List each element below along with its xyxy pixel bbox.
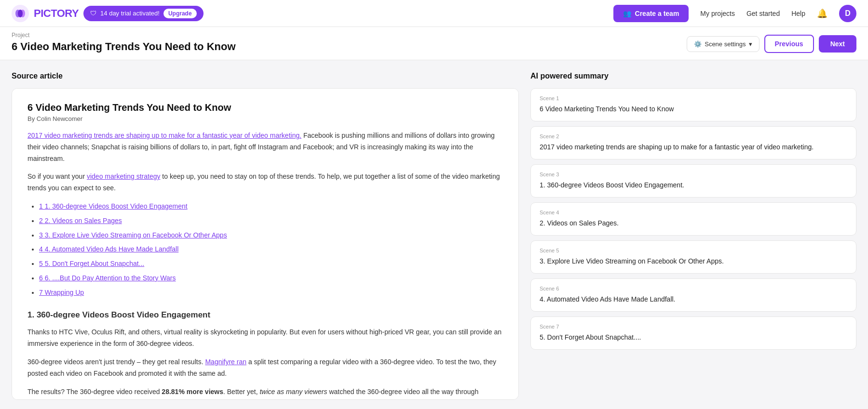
toc-item-5: 5 5. Don't Forget About Snapchat... bbox=[39, 258, 503, 270]
scene-text-7: 5. Don't Forget About Snapchat.... bbox=[540, 332, 847, 343]
section1-para3: The results? The 360-degree video receiv… bbox=[27, 386, 503, 400]
article-para-1: 2017 video marketing trends are shaping … bbox=[27, 130, 503, 164]
toc-link-2[interactable]: 2 2. Videos on Sales Pages bbox=[39, 217, 122, 224]
scene-card-1[interactable]: Scene 1 6 Video Marketing Trends You Nee… bbox=[530, 88, 856, 121]
source-panel: Source article 6 Video Marketing Trends … bbox=[0, 60, 530, 409]
section1-title: 1. 360-degree Videos Boost Video Engagem… bbox=[27, 308, 503, 322]
logo-icon bbox=[12, 5, 29, 22]
toc-link-5[interactable]: 5 5. Don't Forget About Snapchat... bbox=[39, 260, 144, 267]
logo-text: PICTORY bbox=[34, 7, 79, 20]
highlighted-sentence[interactable]: 2017 video marketing trends are shaping … bbox=[27, 132, 301, 139]
scene-text-1: 6 Video Marketing Trends You Need to Kno… bbox=[540, 104, 847, 114]
toc-link-6[interactable]: 6 6. ....But Do Pay Attention to the Sto… bbox=[39, 274, 176, 282]
logo-area: PICTORY 🛡 14 day trial activated! Upgrad… bbox=[12, 5, 203, 22]
magnifyre-link[interactable]: Magnifyre ran bbox=[205, 358, 246, 366]
article-card: 6 Video Marketing Trends You Need to Kno… bbox=[12, 88, 519, 400]
scene-text-5: 3. Explore Live Video Streaming on Faceb… bbox=[540, 256, 847, 266]
article-para-2: So if you want your video marketing stra… bbox=[27, 171, 503, 194]
header: PICTORY 🛡 14 day trial activated! Upgrad… bbox=[0, 0, 868, 27]
project-label: Project bbox=[12, 32, 236, 39]
scene-card-4[interactable]: Scene 4 2. Videos on Sales Pages. bbox=[530, 202, 856, 236]
create-team-button[interactable]: 👥 Create a team bbox=[613, 5, 689, 22]
upgrade-button[interactable]: Upgrade bbox=[163, 9, 197, 18]
scene-card-6[interactable]: Scene 6 4. Automated Video Ads Have Made… bbox=[530, 278, 856, 312]
sub-header: Project 6 Video Marketing Trends You Nee… bbox=[0, 27, 868, 60]
para3-pre: The results? The 360-degree video receiv… bbox=[27, 388, 162, 396]
scene-settings-button[interactable]: ⚙️ Scene settings ▾ bbox=[687, 36, 759, 52]
scene-card-3[interactable]: Scene 3 1. 360-degree Videos Boost Video… bbox=[530, 164, 856, 198]
previous-button[interactable]: Previous bbox=[764, 35, 814, 53]
scene-label-3: Scene 3 bbox=[540, 172, 847, 177]
svg-point-3 bbox=[18, 10, 23, 17]
scene-text-4: 2. Videos on Sales Pages. bbox=[540, 218, 847, 228]
source-panel-title: Source article bbox=[12, 72, 519, 80]
toc-link-3[interactable]: 3 3. Explore Live Video Streaming on Fac… bbox=[39, 231, 227, 239]
trial-badge: 🛡 14 day trial activated! Upgrade bbox=[83, 6, 203, 21]
scene-label-2: Scene 2 bbox=[540, 133, 847, 139]
toc-item-6: 6 6. ....But Do Pay Attention to the Sto… bbox=[39, 273, 503, 284]
article-body: 2017 video marketing trends are shaping … bbox=[27, 130, 503, 400]
trial-icon: 🛡 bbox=[90, 10, 96, 17]
scene-label-5: Scene 5 bbox=[540, 248, 847, 253]
toc-link-1[interactable]: 1 1. 360-degree Videos Boost Video Engag… bbox=[39, 202, 188, 210]
scene-text-2: 2017 video marketing trends are shaping … bbox=[540, 142, 847, 152]
section1-para2: 360-degree videos aren't just trendy – t… bbox=[27, 356, 503, 380]
summary-panel-title: AI powered summary bbox=[530, 72, 856, 80]
video-marketing-link[interactable]: video marketing strategy bbox=[87, 172, 161, 180]
notification-bell-icon[interactable]: 🔔 bbox=[817, 8, 827, 19]
toc-item-2: 2 2. Videos on Sales Pages bbox=[39, 215, 503, 227]
toc-list: 1 1. 360-degree Videos Boost Video Engag… bbox=[39, 201, 503, 299]
article-title: 6 Video Marketing Trends You Need to Kno… bbox=[27, 102, 503, 113]
section1-para1: Thanks to HTC Vive, Oculus Rift, and oth… bbox=[27, 327, 503, 350]
page-title: 6 Video Marketing Trends You Need to Kno… bbox=[12, 40, 236, 53]
scene-settings-label: Scene settings bbox=[705, 40, 746, 48]
scene-label-6: Scene 6 bbox=[540, 286, 847, 291]
nav-help[interactable]: Help bbox=[791, 10, 805, 17]
create-team-label: Create a team bbox=[635, 10, 679, 17]
next-button[interactable]: Next bbox=[819, 35, 856, 53]
toc-item-3: 3 3. Explore Live Video Streaming on Fac… bbox=[39, 230, 503, 241]
scene-text-6: 4. Automated Video Ads Have Made Landfal… bbox=[540, 294, 847, 304]
scenes-list: Scene 1 6 Video Marketing Trends You Nee… bbox=[530, 88, 856, 400]
header-nav: 👥 Create a team My projects Get started … bbox=[613, 5, 856, 22]
gear-icon: ⚙️ bbox=[694, 40, 702, 48]
nav-get-started[interactable]: Get started bbox=[746, 10, 780, 17]
scene-text-3: 1. 360-degree Videos Boost Video Engagem… bbox=[540, 180, 847, 190]
trial-text: 14 day trial activated! bbox=[100, 10, 160, 17]
summary-panel: AI powered summary Scene 1 6 Video Marke… bbox=[530, 60, 868, 409]
sub-header-actions: ⚙️ Scene settings ▾ Previous Next bbox=[687, 35, 856, 53]
para3-italic: twice as many viewers bbox=[259, 388, 327, 396]
scene-card-7[interactable]: Scene 7 5. Don't Forget About Snapchat..… bbox=[530, 317, 856, 350]
main-layout: Source article 6 Video Marketing Trends … bbox=[0, 60, 868, 409]
toc-item-4: 4 4. Automated Video Ads Have Made Landf… bbox=[39, 244, 503, 255]
scene-label-7: Scene 7 bbox=[540, 324, 847, 330]
project-info: Project 6 Video Marketing Trends You Nee… bbox=[12, 32, 236, 53]
chevron-down-icon: ▾ bbox=[749, 40, 752, 48]
scene-label-4: Scene 4 bbox=[540, 210, 847, 215]
toc-link-7[interactable]: 7 Wrapping Up bbox=[39, 289, 84, 296]
team-icon: 👥 bbox=[623, 10, 631, 17]
toc-item-7: 7 Wrapping Up bbox=[39, 287, 503, 299]
scene-label-1: Scene 1 bbox=[540, 95, 847, 101]
nav-my-projects[interactable]: My projects bbox=[700, 10, 735, 17]
para3-bold: 28.81% more views bbox=[162, 388, 223, 396]
toc-link-4[interactable]: 4 4. Automated Video Ads Have Made Landf… bbox=[39, 245, 178, 253]
scene-card-2[interactable]: Scene 2 2017 video marketing trends are … bbox=[530, 126, 856, 159]
scene-card-5[interactable]: Scene 5 3. Explore Live Video Streaming … bbox=[530, 240, 856, 274]
para3-mid: . Better yet, bbox=[223, 388, 259, 396]
toc-item-1: 1 1. 360-degree Videos Boost Video Engag… bbox=[39, 201, 503, 212]
avatar[interactable]: D bbox=[839, 5, 856, 22]
article-byline: By Colin Newcomer bbox=[27, 115, 503, 122]
